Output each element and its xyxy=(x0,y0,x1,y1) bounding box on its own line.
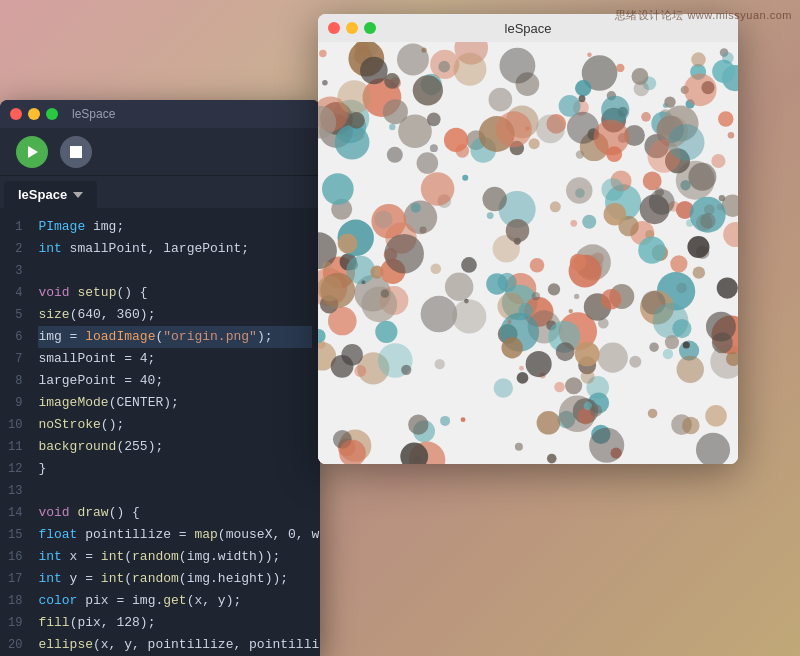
line-numbers: 123456789101112131415161718192021222324 xyxy=(0,208,30,656)
pointillism-canvas xyxy=(318,42,738,464)
stop-button[interactable] xyxy=(60,136,92,168)
watermark: 思绪设计论坛 www.missyuan.com xyxy=(615,8,792,23)
code-line xyxy=(38,480,312,502)
code-line: color pix = img.get(x, y); xyxy=(38,590,312,612)
code-line: float pointillize = map(mouseX, 0, width… xyxy=(38,524,312,546)
code-line xyxy=(38,260,312,282)
editor-window-title: leSpace xyxy=(72,107,115,121)
code-line: largePoint = 40; xyxy=(38,370,312,392)
editor-titlebar: leSpace xyxy=(0,100,320,128)
code-line: ellipse(x, y, pointillize, pointillize); xyxy=(38,634,312,656)
editor-window: leSpace leSpace 123456789101112131415161… xyxy=(0,100,320,656)
editor-code: 123456789101112131415161718192021222324 … xyxy=(0,208,320,656)
code-line: noStroke(); xyxy=(38,414,312,436)
code-line: } xyxy=(38,458,312,480)
preview-title: leSpace xyxy=(505,21,552,36)
code-line: PImage img; xyxy=(38,216,312,238)
run-button[interactable] xyxy=(16,136,48,168)
code-line: img = loadImage("origin.png"); xyxy=(38,326,312,348)
code-line: void draw() { xyxy=(38,502,312,524)
tab-label: leSpace xyxy=(18,187,67,202)
tab-lespace[interactable]: leSpace xyxy=(4,181,97,208)
preview-canvas xyxy=(318,42,738,464)
code-line: size(640, 360); xyxy=(38,304,312,326)
code-line: background(255); xyxy=(38,436,312,458)
code-content[interactable]: PImage img;int smallPoint, largePoint; v… xyxy=(30,208,320,656)
tab-arrow-icon xyxy=(73,192,83,198)
preview-close-button[interactable] xyxy=(328,22,340,34)
close-button[interactable] xyxy=(10,108,22,120)
minimize-button[interactable] xyxy=(28,108,40,120)
editor-toolbar xyxy=(0,128,320,176)
code-line: int x = int(random(img.width)); xyxy=(38,546,312,568)
code-line: int smallPoint, largePoint; xyxy=(38,238,312,260)
code-line: imageMode(CENTER); xyxy=(38,392,312,414)
maximize-button[interactable] xyxy=(46,108,58,120)
preview-maximize-button[interactable] xyxy=(364,22,376,34)
code-line: int y = int(random(img.height)); xyxy=(38,568,312,590)
code-line: fill(pix, 128); xyxy=(38,612,312,634)
preview-minimize-button[interactable] xyxy=(346,22,358,34)
preview-window: leSpace xyxy=(318,14,738,464)
code-line: smallPoint = 4; xyxy=(38,348,312,370)
editor-tabs: leSpace xyxy=(0,176,320,208)
code-line: void setup() { xyxy=(38,282,312,304)
